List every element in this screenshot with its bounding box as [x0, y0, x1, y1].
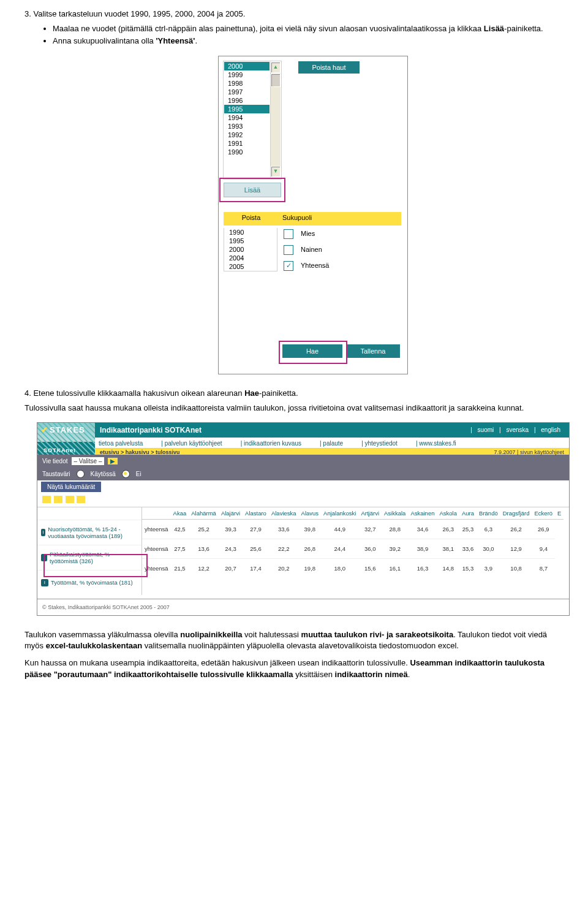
radio-on[interactable] — [77, 470, 85, 478]
poista-haut-button[interactable]: Poista haut — [298, 61, 360, 74]
arrow-icon[interactable] — [77, 496, 85, 503]
text-bold: muuttaa taulukon rivi- ja sarakeotsikoit… — [301, 630, 454, 639]
data-cell: 12,2 — [189, 558, 219, 578]
col-header[interactable]: Alastaro — [243, 507, 269, 520]
arrow-icon[interactable] — [54, 496, 62, 503]
scrollbar[interactable]: ▲ ▼ — [270, 62, 281, 177]
app-title: Indikaattoripankki SOTKAnet — [100, 426, 202, 434]
gender-label: Nainen — [301, 245, 322, 252]
year-option[interactable]: 1992 — [224, 131, 270, 139]
scroll-thumb[interactable] — [271, 74, 281, 87]
year-option[interactable]: 1993 — [224, 122, 270, 131]
col-header[interactable]: Brändö — [477, 507, 500, 520]
menu-link[interactable]: | indikaattorien kuvaus — [241, 440, 301, 445]
breadcrumb-right: 7.9.2007 | sivun käyttöohjeet — [494, 449, 564, 454]
lang-link[interactable]: suomi — [474, 426, 498, 433]
data-cell: 18,0 — [321, 558, 358, 578]
col-header[interactable]: Alavieska — [269, 507, 299, 520]
menu-link[interactable]: tietoa palvelusta — [99, 440, 143, 445]
data-cell: 25,2 — [189, 519, 219, 539]
radio-off[interactable] — [122, 470, 130, 478]
year-option[interactable]: 1996 — [224, 96, 270, 105]
year-option[interactable]: 1991 — [224, 139, 270, 148]
menu-link[interactable]: | palvelun käyttöohjeet — [161, 440, 222, 445]
row-subhead: yhteensä — [142, 519, 171, 539]
data-cell: 33,6 — [459, 539, 477, 558]
arrow-icon[interactable] — [42, 496, 51, 503]
sukupuoli-header: Sukupuoli — [282, 214, 312, 221]
indicator-label[interactable]: iNuorisotyöttömät, % 15-24 -vuotiaasta t… — [37, 520, 141, 545]
data-cell: 24,4 — [321, 539, 358, 558]
year-option[interactable]: 1990 — [224, 148, 270, 156]
year-listbox[interactable]: 2000199919981997199619951994199319921991… — [224, 61, 281, 179]
menu-link[interactable]: | yhteystiedot — [361, 440, 398, 445]
data-cell: 10,8 — [500, 558, 532, 578]
arrow-icon[interactable] — [66, 496, 74, 503]
col-header[interactable]: Alavus — [299, 507, 322, 520]
col-header[interactable]: Askola — [437, 507, 459, 520]
data-cell: 33,6 — [269, 519, 299, 539]
data-cell: 13,6 — [189, 539, 219, 558]
text-bold: Hae — [244, 388, 259, 398]
tallenna-button[interactable]: Tallenna — [346, 344, 400, 358]
row-subhead: yhteensä — [142, 558, 171, 578]
hae-button[interactable]: Hae — [282, 344, 342, 358]
data-cell: 6,3 — [477, 519, 500, 539]
data-cell: 3,9 — [477, 558, 500, 578]
info-icon[interactable]: i — [41, 554, 47, 561]
scroll-up[interactable]: ▲ — [271, 62, 281, 73]
col-header[interactable]: Aura — [459, 507, 477, 520]
indicator-label[interactable]: iPitkäaikaistyöttömät, % työttömistä (32… — [37, 545, 141, 570]
col-header[interactable]: E — [555, 507, 564, 520]
scroll-down[interactable]: ▼ — [271, 166, 281, 177]
col-header[interactable]: Alajärvi — [219, 507, 243, 520]
lang-link[interactable]: english — [537, 426, 564, 433]
year-option[interactable]: 2000 — [224, 62, 270, 70]
selected-year[interactable]: 2005 — [224, 262, 277, 271]
checkbox[interactable] — [284, 261, 293, 271]
year-option[interactable]: 1998 — [224, 79, 270, 88]
after-paragraph-2: Kun haussa on mukana useampia indikaatto… — [24, 658, 564, 680]
selected-year[interactable]: 2000 — [224, 245, 277, 254]
menu-link[interactable]: | palaute — [320, 440, 343, 445]
export-format-select[interactable]: – Valitse – — [72, 457, 105, 465]
data-cell: 12,9 — [500, 539, 532, 558]
data-cell: 34,6 — [408, 519, 437, 539]
selected-year[interactable]: 2004 — [224, 254, 277, 262]
year-option[interactable]: 1994 — [224, 113, 270, 122]
col-header[interactable]: Akaa — [171, 507, 189, 520]
info-icon[interactable]: i — [41, 579, 48, 586]
col-header[interactable]: Askainen — [408, 507, 437, 520]
data-cell: 25,3 — [459, 519, 477, 539]
data-cell: 19,8 — [299, 558, 322, 578]
year-option[interactable]: 1997 — [224, 88, 270, 96]
stakes-logo-text: STAKES — [41, 425, 85, 434]
bullet-text: Anna sukupuolivalintana olla — [53, 36, 156, 45]
export-go-button[interactable]: ▶ — [108, 458, 118, 464]
export-row: Vie tiedot – Valitse – ▶ — [37, 455, 569, 468]
data-cell: 39,2 — [382, 539, 408, 558]
checkbox[interactable] — [284, 229, 293, 239]
selected-years-list[interactable]: 19901995200020042005 — [224, 228, 277, 271]
breadcrumb-bar: etusivu > hakusivu > tulossivu 7.9.2007 … — [95, 449, 569, 455]
row-labels: iNuorisotyöttömät, % 15-24 -vuotiaasta t… — [37, 507, 142, 595]
year-option[interactable]: 1999 — [224, 70, 270, 79]
selected-year[interactable]: 1995 — [224, 237, 277, 245]
col-header[interactable]: Artjärvi — [358, 507, 382, 520]
lisaa-button[interactable]: Lisää — [224, 183, 281, 197]
col-header[interactable]: Dragsfjärd — [500, 507, 532, 520]
col-header[interactable]: Eckerö — [532, 507, 556, 520]
indicator-label[interactable]: iTyöttömät, % työvoimasta (181) — [37, 570, 141, 595]
info-icon[interactable]: i — [41, 529, 45, 536]
col-header[interactable]: Alahärmä — [189, 507, 219, 520]
after-paragraph-1: Taulukon vasemmassa yläkulmassa olevilla… — [24, 629, 564, 651]
selected-year[interactable]: 1990 — [224, 228, 277, 237]
year-option[interactable]: 1995 — [224, 105, 270, 113]
lang-link[interactable]: svenska — [502, 426, 532, 433]
checkbox[interactable] — [284, 245, 293, 255]
col-header[interactable]: Anjalankoski — [321, 507, 358, 520]
nayta-button[interactable]: Näytä lukumäärät — [41, 482, 101, 492]
menu-link[interactable]: | www.stakes.fi — [416, 440, 456, 445]
col-header[interactable]: Asikkala — [382, 507, 408, 520]
data-cell: 39,3 — [219, 519, 243, 539]
